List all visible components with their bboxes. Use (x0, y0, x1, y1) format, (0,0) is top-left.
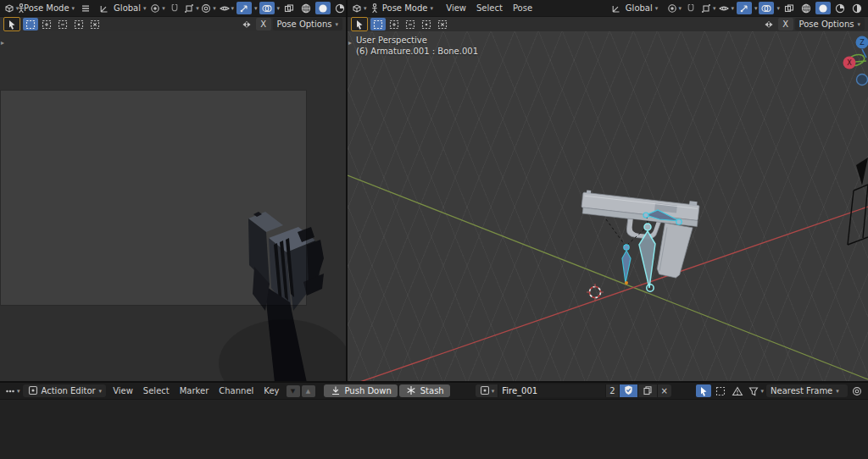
select-mode-new-button[interactable] (370, 18, 386, 30)
shading-material-button[interactable] (832, 2, 848, 14)
editor-mode-dropdown[interactable]: Action Editor ▾ (23, 384, 107, 397)
select-mode-subtract-button[interactable] (55, 18, 70, 30)
proportional-editing-button[interactable]: ▾ (201, 2, 216, 14)
viewport-right: ▾ Pose Mode ▾ ViewSelectPose Global ▾ ▾ … (348, 0, 868, 383)
gizmos-toggle-button[interactable] (737, 2, 752, 14)
toolbar-expand-arrow[interactable]: ▸ (1, 39, 4, 47)
shading-rendered-button[interactable] (849, 2, 865, 14)
solid-icon (817, 3, 829, 14)
gizmos-toggle-button[interactable] (236, 2, 252, 14)
move-action-down-button[interactable]: ▼ (287, 385, 300, 397)
stash-button[interactable]: Stash (399, 384, 450, 397)
prop-icon (851, 385, 863, 397)
proportional-edit-button[interactable] (849, 384, 865, 397)
rendered-icon (851, 3, 863, 14)
menu-pose[interactable]: Pose (508, 3, 537, 13)
menu-view[interactable]: View (441, 3, 471, 13)
menu-select[interactable]: Select (471, 3, 508, 13)
xray-toggle-button[interactable] (281, 2, 297, 14)
prop-icon (200, 3, 212, 14)
orientation-label[interactable]: Global (114, 3, 141, 13)
bone-tail-point (625, 281, 628, 285)
visibility-button[interactable]: ▾ (717, 2, 735, 14)
push-down-button[interactable]: Push Down (324, 384, 398, 397)
pivot-point-button[interactable]: ▾ (150, 2, 165, 14)
mirror-x-toggle[interactable]: X (256, 18, 271, 30)
orientation-label[interactable]: Global (626, 3, 653, 13)
active-tool-tweak-button[interactable] (3, 17, 20, 31)
snap-mode-dropdown[interactable]: Nearest Frame▾ (766, 384, 848, 397)
shading-solid-button[interactable] (315, 2, 331, 14)
action-name-input[interactable]: Fire_001 (498, 384, 605, 397)
show-errors-filter-button[interactable] (730, 384, 745, 397)
overlays-toggle-button[interactable] (259, 2, 275, 14)
snapto-icon (183, 3, 195, 14)
gizmo-minus-z-ball[interactable] (857, 75, 868, 86)
xray-toggle-button[interactable] (782, 2, 797, 14)
axes-icon (98, 3, 110, 14)
globe-icon (300, 3, 312, 14)
menu-channel[interactable]: Channel (214, 386, 259, 395)
gizmo-icon (738, 3, 750, 14)
chevron-down-icon: ▾ (143, 5, 147, 12)
shading-material-button[interactable] (332, 2, 346, 14)
bone-trigger[interactable] (622, 245, 631, 285)
toolbar-expand-arrow[interactable]: ▸ (348, 39, 352, 47)
editor-type-button[interactable]: ▾ (351, 2, 366, 14)
collapsed-menus-button[interactable] (78, 2, 93, 14)
select-mode-extend-button[interactable] (39, 18, 54, 30)
editor-type-button[interactable]: ▾ (3, 384, 21, 397)
gizmo-icon (238, 3, 250, 14)
viewport-left-canvas[interactable]: ▸ (0, 31, 346, 383)
pivot-point-button[interactable]: ▾ (666, 2, 682, 14)
move-action-up-button[interactable]: ▲ (302, 385, 315, 397)
filter-funnel-button[interactable]: ▾ (747, 384, 765, 397)
cursor-3d[interactable] (587, 284, 604, 301)
camera-object[interactable] (848, 158, 868, 245)
select-mode-subtract-button[interactable] (403, 18, 418, 30)
snap-toggle-button[interactable] (167, 2, 182, 14)
viewport-left-header: ▾ Pose Mode ▾ Global ▾ ▾ ▾ ▾ ▾ ▾ ▾ (0, 0, 346, 17)
pose-mode-label[interactable]: Pose Mode (24, 3, 70, 13)
viewport-right-canvas[interactable]: Z X User Perspective (6) Armature.001 : … (348, 31, 868, 383)
snapto-icon (700, 3, 712, 14)
select-mode-intersect-button[interactable] (87, 18, 103, 30)
gizmo-z-label: Z (860, 39, 865, 47)
tweak-icon (353, 19, 365, 30)
menu-view[interactable]: View (108, 386, 138, 395)
fake-user-shield-button[interactable] (619, 384, 637, 397)
select-mode-invert-button[interactable] (419, 18, 434, 30)
active-tool-tweak-button[interactable] (351, 17, 368, 31)
action-users-button[interactable]: 2 (605, 384, 618, 397)
boxsel5-icon (437, 19, 448, 30)
pistol-object[interactable] (575, 189, 700, 279)
visibility-button[interactable]: ▾ (218, 2, 236, 14)
snap-target-button[interactable]: ▾ (184, 2, 199, 14)
only-selected-filter-button[interactable] (696, 384, 711, 397)
pose-mirror-icon (761, 18, 776, 30)
mirror-x-toggle[interactable]: X (778, 18, 793, 30)
menu-key[interactable]: Key (259, 386, 284, 395)
pose-mode-dropdown[interactable] (368, 2, 380, 14)
snap-toggle-button[interactable] (683, 2, 698, 14)
eye-icon (718, 3, 730, 14)
new-action-button[interactable] (637, 384, 657, 397)
shading-wireframe-button[interactable] (798, 2, 814, 14)
shading-wireframe-button[interactable] (298, 2, 314, 14)
show-hidden-filter-button[interactable] (713, 384, 728, 397)
menu-marker[interactable]: Marker (175, 386, 214, 395)
pose-options-dropdown[interactable]: Pose Options▾ (795, 18, 865, 30)
unlink-action-button[interactable]: × (657, 384, 671, 397)
select-mode-intersect-button[interactable] (435, 18, 450, 30)
overlays-toggle-button[interactable] (759, 2, 774, 14)
shading-solid-button[interactable] (815, 2, 831, 14)
select-mode-new-button[interactable] (23, 18, 38, 30)
browse-action-button[interactable]: ▾ (476, 384, 498, 397)
pose-options-dropdown[interactable]: Pose Options▾ (273, 18, 342, 30)
pose-mode-label[interactable]: Pose Mode (382, 3, 428, 13)
select-mode-extend-button[interactable] (387, 18, 402, 30)
snap-target-button[interactable]: ▾ (700, 2, 715, 14)
select-mode-invert-button[interactable] (71, 18, 86, 30)
pose-mode-dropdown[interactable] (20, 2, 22, 14)
menu-select[interactable]: Select (138, 386, 175, 395)
